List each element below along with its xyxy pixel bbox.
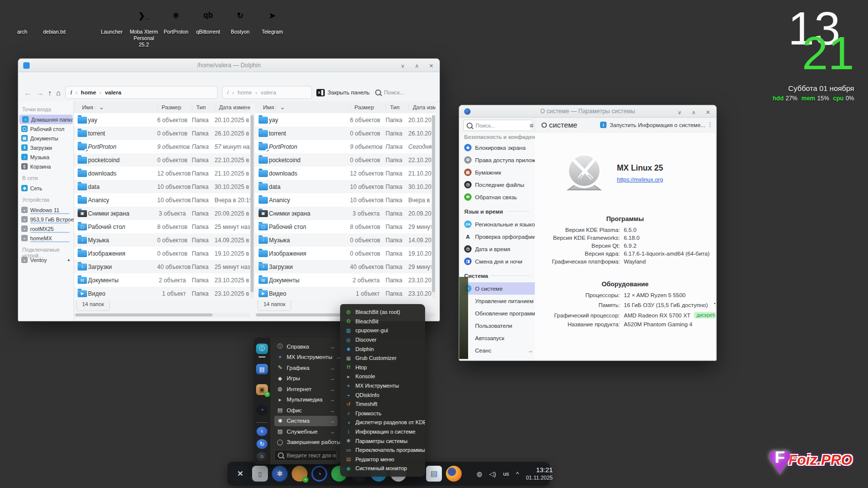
sidebar-entry[interactable]: ▯ Корзина	[18, 162, 74, 171]
maximize-icon[interactable]: ∧	[415, 63, 419, 69]
settings-sidebar-entry[interactable]: 2A Региональные и языковые...	[461, 218, 536, 230]
minimize-icon[interactable]: ∨	[401, 63, 405, 69]
file-row[interactable]: data 10 объектов Папка 30.10.2025 в 18:1	[74, 180, 250, 193]
file-row[interactable]: torrent 0 объектов Папка 26.10.2025 в 22…	[74, 127, 250, 140]
breadcrumb-segment[interactable]: valera	[96, 89, 121, 95]
category-item[interactable]: ✎ Графика →	[274, 362, 338, 373]
sidebar-entry[interactable]: ◒ rootMX25	[18, 224, 74, 233]
category-item[interactable]: ✱ Система →	[274, 416, 338, 427]
sidebar-entry[interactable]: ▢ Рабочий стол	[18, 124, 74, 133]
desktop-icon[interactable]: ❯_ Moba Xterm Personal 25.2	[129, 3, 159, 48]
file-row[interactable]: ▢ Рабочий стол 8 объектов Папка 25 минут…	[74, 220, 250, 233]
volume-icon[interactable]: ◁)	[489, 470, 496, 478]
settings-sidebar-entry[interactable]: Автозапуск	[461, 332, 536, 344]
desktop-icon[interactable]: ➤ Telegram	[257, 3, 288, 48]
submenu-item[interactable]: ▦ Grub Customizer	[340, 354, 425, 363]
file-row[interactable]: ▣ Снимки экрана 3 объекта Папка 20.09.20…	[255, 207, 435, 220]
submenu-item[interactable]: ✦ MX Инструменты	[340, 381, 425, 391]
file-row[interactable]: downloads 12 объектов Папка 21.10.2025 в…	[74, 167, 250, 180]
breadcrumb-segment[interactable]: home	[229, 89, 252, 95]
submenu-item[interactable]: ✱ Параметры системы	[340, 436, 425, 445]
settings-search-input[interactable]: Поиск...	[463, 120, 532, 131]
sidebar-entry[interactable]: ◒ homeMX	[18, 233, 74, 243]
submenu-item[interactable]: ▥ cpupower-gui	[340, 326, 425, 335]
desktop-icon[interactable]: ⚛ PortProton	[161, 3, 191, 48]
file-row[interactable]: pocketcoind 0 объектов Папка 22.10.2025 …	[74, 153, 250, 167]
desktop-icon[interactable]: arch	[7, 3, 38, 48]
desktop-icon[interactable]: debian.txt	[39, 3, 70, 48]
file-row[interactable]: downloads 12 объектов Папка 21.10.2025 в	[255, 167, 435, 180]
sidebar-entry[interactable]: ♪ Музыка	[18, 152, 74, 162]
close-icon[interactable]: ✕	[706, 109, 710, 115]
favorite-filemanager-icon[interactable]: ▤	[256, 364, 268, 374]
settings-titlebar[interactable]: О системе — Параметры системы ∨ ∧ ✕	[459, 105, 716, 118]
file-row[interactable]: yay 6 объектов Папка 20.10.2025 в	[255, 113, 435, 127]
home-icon[interactable]: ⌂	[56, 89, 61, 97]
sidebar-entry[interactable]: ◒ Ventoy ▲	[18, 255, 74, 265]
file-row[interactable]: yay 6 объектов Папка 20.10.2025 в 19:3	[74, 113, 250, 127]
category-item[interactable]: ✦ MX Инструменты →	[274, 352, 338, 363]
submenu-item[interactable]: ❂ BleachBit	[340, 317, 425, 326]
submenu-item[interactable]: ◑ Диспетчер разделов от KDE	[340, 418, 425, 427]
tray-expander-icon[interactable]: ^	[516, 470, 519, 478]
sidebar-entry[interactable]: В сети	[18, 171, 74, 183]
settings-sidebar-entry[interactable]: ⚙ Права доступа приложений	[461, 154, 536, 166]
sidebar-entry[interactable]: ⇩ Загрузки	[18, 143, 74, 152]
up-icon[interactable]: ↑	[48, 89, 52, 97]
file-row[interactable]: ⇩ Загрузки 40 объектов Папка 29 минут на…	[255, 260, 435, 273]
category-item[interactable]: ⓘ Справка →	[274, 341, 338, 352]
sidebar-entry[interactable]: ◒ 953,9 ГиБ Встроен...	[18, 215, 74, 224]
sidebar-entry[interactable]: Устройства	[18, 193, 74, 205]
sidebar-entry[interactable]: ◒ Windows 11	[18, 205, 74, 215]
settings-sidebar-entry[interactable]: Безопасность и конфиденциальн...	[461, 134, 536, 140]
refresh-icon[interactable]: ↻	[257, 439, 267, 448]
file-row[interactable]: Изображения 0 объектов Папка 19.10.2025 …	[255, 247, 435, 260]
breadcrumb-secondary[interactable]: /homevalera	[222, 86, 312, 99]
settings-sidebar-entry[interactable]: Пользователи	[461, 319, 536, 332]
dolphin-titlebar[interactable]: /home/valera — Dolphin ∨ ∧ ✕	[18, 59, 439, 72]
file-manager-icon[interactable]: ▤	[426, 466, 442, 482]
trash-icon[interactable]: ▯	[252, 466, 268, 482]
submenu-item[interactable]: ◎ Discover	[340, 335, 425, 345]
file-row[interactable]: ▣ Снимки экрана 3 объекта Папка 20.09.20…	[74, 207, 250, 220]
category-item[interactable]: ▨ Служебные →	[274, 426, 338, 437]
settings-sidebar-entry[interactable]: i О системе	[461, 282, 536, 295]
file-row[interactable]: ▤ Документы 2 объекта Папка 23.10.2025 в	[255, 273, 435, 287]
package-installer-icon[interactable]	[292, 466, 307, 482]
favorite-installer-icon[interactable]: ▣	[256, 384, 268, 395]
system-gauge-icon[interactable]: ◔	[311, 466, 327, 482]
sidebar-entry[interactable]: ⌂ Домашняя папка	[19, 115, 73, 124]
sidebar-entry[interactable]: ◈ Сеть	[18, 183, 74, 193]
sidebar-entry[interactable]: ▤ Документы	[18, 133, 74, 143]
back-icon[interactable]: ←	[24, 89, 32, 97]
breadcrumb-segment[interactable]: home	[72, 89, 96, 95]
file-row[interactable]: ⇩ Загрузки 40 объектов Папка 25 минут на…	[74, 260, 250, 273]
file-row[interactable]: ▤ Документы 2 объекта Папка 23.10.2025 в…	[74, 273, 250, 287]
category-item[interactable]: ◆ Игры →	[274, 373, 338, 384]
settings-sidebar-entry[interactable]: ◨ Смена дня и ночи	[461, 255, 536, 267]
breadcrumb-segment[interactable]: valera	[252, 89, 276, 95]
desktop-icon[interactable]: Launcher	[96, 3, 127, 48]
submenu-item[interactable]: ◉ Системный монитор	[340, 464, 425, 473]
sidebar-entry[interactable]: Подключаемые устрой...	[18, 243, 74, 255]
settings-sidebar-entry[interactable]: ◈ Блокировка экрана	[461, 141, 536, 154]
submenu-item[interactable]: ◆ Dolphin	[340, 344, 425, 354]
submenu-item[interactable]: ♪ Громкость	[340, 409, 425, 418]
network-icon[interactable]: ◍	[477, 470, 482, 478]
overflow-menu-icon[interactable]: ⋮	[707, 121, 713, 128]
back-icon[interactable]: ‹	[257, 427, 267, 436]
file-row[interactable]: torrent 0 объектов Папка 26.10.2025 в	[255, 127, 435, 140]
settings-sidebar-entry[interactable]: A Проверка орфографии	[461, 230, 536, 243]
desktop-icon[interactable]: ↻ Bostyon	[225, 3, 256, 48]
firefox-icon[interactable]	[446, 466, 462, 482]
vertical-scrollbar-left[interactable]	[250, 114, 254, 299]
file-row[interactable]: data 10 объектов Папка 30.10.2025 в	[255, 180, 435, 193]
file-row[interactable]: Ananicy 10 объектов Папка Вчера в 20:19	[74, 193, 250, 207]
menu-search-input[interactable]: Введите текст для поиска...	[274, 450, 337, 461]
settings-sidebar-entry[interactable]: ▤ Бумажник	[461, 166, 536, 178]
settings-sidebar-entry[interactable]: ◷ Дата и время	[461, 243, 536, 255]
close-icon[interactable]: ✕	[429, 63, 434, 69]
submenu-item[interactable]: i Информация о системе	[340, 427, 425, 437]
submenu-item[interactable]: ❂ BleachBit (as root)	[340, 308, 425, 317]
file-row[interactable]: pocketcoind 0 объектов Папка 22.10.2025 …	[255, 153, 435, 167]
